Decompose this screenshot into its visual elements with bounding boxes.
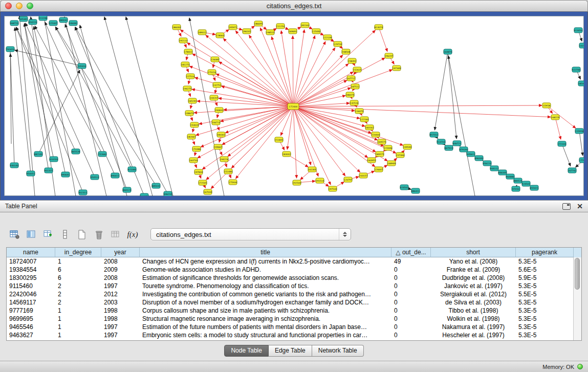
graph-node[interactable]: 15958 (542, 103, 551, 108)
graph-edge[interactable] (219, 98, 293, 106)
table-row[interactable]: 1938455462009Genome-wide association stu… (7, 266, 574, 274)
cell-short[interactable]: Yano et al. (2008) (431, 257, 516, 266)
cell-short[interactable]: Stergiakouli et al. (2012) (431, 290, 516, 298)
cell-in_degree[interactable]: 2 (55, 298, 101, 307)
graph-edge[interactable] (448, 56, 475, 196)
graph-node[interactable]: 192544 (293, 180, 301, 185)
graph-node[interactable]: 911248 (39, 16, 48, 20)
graph-node[interactable]: 902311 (79, 190, 88, 195)
graph-edge[interactable] (65, 24, 127, 190)
cell-short[interactable]: de Silva et al. (2003) (431, 298, 516, 307)
graph-node[interactable]: 163733 (189, 158, 198, 163)
graph-node[interactable]: 177053 (579, 158, 584, 163)
graph-node[interactable]: 791653 (6, 47, 15, 52)
graph-node[interactable]: 880524 (514, 178, 522, 183)
graph-edge[interactable] (16, 27, 76, 151)
cell-pagerank[interactable]: 5.6E-5 (516, 266, 574, 274)
graph-node[interactable]: 164874 (444, 49, 452, 54)
graph-edge[interactable] (192, 54, 293, 106)
table-options-button[interactable] (7, 228, 21, 241)
cell-pagerank[interactable]: 5.3E-5 (516, 307, 574, 315)
graph-edge[interactable] (225, 106, 293, 133)
graph-node[interactable]: 854220 (29, 19, 37, 25)
graph-node[interactable]: 913450 (574, 28, 583, 33)
cell-out_degree[interactable]: 0 (391, 315, 431, 323)
graph-node[interactable]: 185490 (578, 81, 584, 86)
cell-title[interactable]: Estimation of the future numbers of pati… (140, 323, 391, 331)
graph-edge[interactable] (197, 101, 293, 106)
graph-edge[interactable] (55, 27, 132, 169)
graph-node[interactable]: 168229 (551, 115, 560, 120)
graph-node[interactable]: 115958 (575, 128, 584, 134)
cell-out_degree[interactable]: 0 (391, 323, 431, 331)
cell-in_degree[interactable]: 1 (55, 331, 101, 339)
graph-edge[interactable] (15, 28, 31, 173)
cell-name[interactable]: 9699695 (7, 315, 55, 323)
function-builder-button[interactable]: f(x) (125, 228, 140, 241)
cell-short[interactable]: Wolkin et al. (1998) (431, 315, 516, 323)
graph-edge[interactable] (293, 106, 331, 185)
graph-node[interactable]: 152615 (353, 67, 362, 72)
graph-node[interactable]: 882144 (34, 151, 43, 157)
tab-network-table[interactable]: Network Table (312, 345, 364, 357)
cell-in_degree[interactable]: 1 (55, 315, 101, 323)
graph-edge[interactable] (75, 27, 168, 194)
graph-node[interactable]: 122160 (360, 117, 369, 122)
cell-out_degree[interactable]: 0 (391, 266, 431, 274)
cell-year[interactable]: 2003 (101, 298, 140, 307)
graph-node[interactable]: 187512 (351, 84, 360, 89)
graph-node[interactable]: 129734 (334, 41, 342, 47)
graph-node[interactable]: 189575 (376, 151, 384, 157)
graph-node[interactable]: 950513 (91, 174, 99, 180)
graph-node[interactable]: 172545 (199, 180, 207, 185)
cell-name[interactable]: 9777169 (7, 307, 55, 315)
graph-edge[interactable] (25, 24, 54, 159)
column-header-short[interactable]: short (431, 248, 516, 257)
graph-node[interactable]: 186074 (346, 92, 355, 97)
graph-node[interactable]: 182067 (187, 134, 196, 139)
cell-year[interactable]: 1998 (101, 307, 140, 315)
graph-node[interactable]: 196141 (243, 29, 251, 34)
graph-node[interactable]: 885031 (152, 183, 161, 188)
graph-edge[interactable] (293, 105, 542, 106)
cell-name[interactable]: 18300295 (7, 274, 55, 282)
graph-node[interactable]: 950051 (27, 171, 35, 176)
graph-node[interactable]: 157390 (396, 152, 405, 158)
cell-title[interactable]: Corpus callosum shape and size in male p… (140, 307, 391, 315)
table-scrollbar[interactable] (573, 257, 581, 340)
graph-node[interactable]: 890641 (61, 172, 70, 177)
graph-node[interactable]: 191514 (316, 178, 324, 183)
cell-title[interactable]: Estimation of significance thresholds fo… (140, 274, 391, 282)
cell-short[interactable]: Dudbridge et al. (2008) (431, 274, 516, 282)
graph-edge[interactable] (281, 31, 293, 106)
graph-node[interactable]: 109540 (403, 144, 412, 149)
graph-edge[interactable] (224, 106, 293, 110)
table-row[interactable]: 911546021997Tourette syndrome. Phenomeno… (7, 282, 574, 290)
cell-name[interactable]: 9465546 (7, 323, 55, 331)
graph-node[interactable]: 930140 (10, 163, 19, 168)
table-row[interactable]: 946554611997Estimation of the future num… (7, 323, 574, 331)
table-row[interactable]: 1872400712008Changes of HCN gene express… (7, 257, 574, 266)
graph-node[interactable]: 160162 (365, 125, 374, 130)
graph-node[interactable]: 165241 (188, 98, 197, 103)
graph-node[interactable]: 196197 (385, 53, 394, 58)
table-row[interactable]: 969969511998Structural magnetic resonanc… (7, 315, 574, 323)
cell-short[interactable]: Jankovic et al. (1997) (431, 282, 516, 290)
cell-out_degree[interactable]: 0 (391, 290, 431, 298)
graph-node[interactable]: 886311 (411, 188, 420, 193)
cell-year[interactable]: 2012 (101, 290, 140, 298)
graph-node[interactable]: 167742 (568, 168, 577, 173)
graph-node[interactable]: 160955 (367, 158, 376, 163)
graph-edge[interactable] (293, 36, 293, 106)
graph-node[interactable]: 197834 (194, 169, 203, 174)
graph-edge[interactable] (293, 106, 396, 153)
graph-node[interactable]: 913703 (437, 139, 446, 144)
cell-in_degree[interactable]: 1 (55, 257, 101, 266)
graph-node[interactable]: 195972 (229, 25, 237, 30)
graph-node[interactable]: 108673 (185, 111, 194, 116)
graph-node[interactable]: 956224 (483, 161, 492, 166)
graph-node[interactable]: 220400 (372, 132, 380, 137)
cell-year[interactable]: 2009 (101, 266, 140, 274)
graph-edge[interactable] (555, 117, 561, 139)
graph-node[interactable]: 865528 (72, 149, 80, 154)
